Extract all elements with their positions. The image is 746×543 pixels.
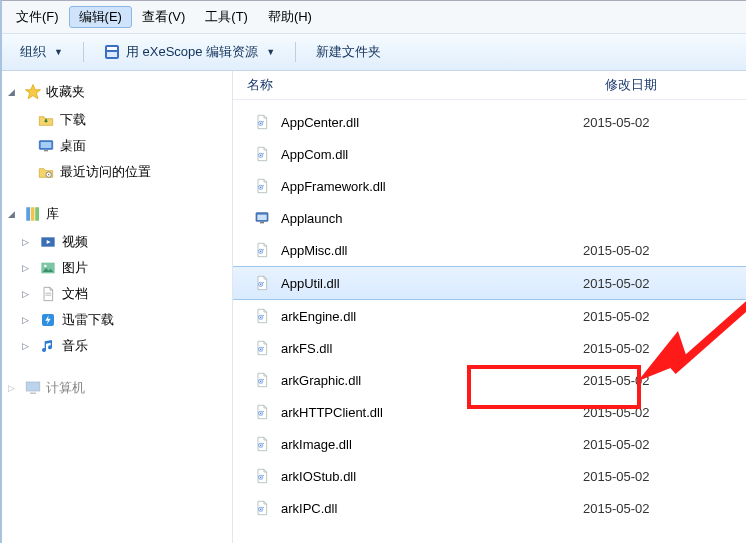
sidebar-item-videos[interactable]: ▷ 视频 (2, 229, 232, 255)
file-name: arkGraphic.dll (281, 373, 583, 388)
svg-rect-42 (263, 315, 264, 316)
star-icon (24, 83, 42, 101)
file-row[interactable]: arkGraphic.dll2015-05-02 (233, 364, 746, 396)
music-label: 音乐 (62, 337, 88, 355)
file-row[interactable]: arkFS.dll2015-05-02 (233, 332, 746, 364)
sidebar-item-pictures[interactable]: ▷ 图片 (2, 255, 232, 281)
svg-point-23 (260, 123, 262, 125)
menu-file[interactable]: 文件(F) (6, 6, 69, 28)
file-row[interactable]: arkImage.dll2015-05-02 (233, 428, 746, 460)
file-name: arkIOStub.dll (281, 469, 583, 484)
new-folder-label: 新建文件夹 (316, 43, 381, 61)
svg-point-26 (260, 155, 262, 157)
new-folder-button[interactable]: 新建文件夹 (306, 40, 391, 64)
recent-label: 最近访问的位置 (60, 163, 151, 181)
computer-header[interactable]: ▷ 计算机 (2, 377, 232, 403)
file-name: AppUtil.dll (281, 276, 583, 291)
file-date: 2015-05-02 (583, 115, 650, 130)
file-name: arkFS.dll (281, 341, 583, 356)
svg-point-56 (260, 477, 262, 479)
music-icon (40, 338, 56, 354)
svg-rect-51 (263, 411, 264, 412)
file-row[interactable]: Applaunch (233, 202, 746, 234)
sidebar-item-recent[interactable]: 最近访问的位置 (2, 159, 232, 185)
svg-rect-2 (107, 52, 117, 57)
file-date: 2015-05-02 (583, 469, 650, 484)
pictures-label: 图片 (62, 259, 88, 277)
svg-rect-21 (30, 393, 36, 395)
column-header: 名称 修改日期 (233, 71, 746, 100)
file-row[interactable]: arkHTTPClient.dll2015-05-02 (233, 396, 746, 428)
pictures-icon (40, 260, 56, 276)
toolbar-separator (83, 42, 84, 62)
svg-rect-5 (41, 142, 52, 148)
svg-rect-27 (263, 153, 264, 154)
file-pane: 名称 修改日期 AppCenter.dll2015-05-02AppCom.dl… (233, 71, 746, 543)
sidebar-item-thunder[interactable]: ▷ 迅雷下载 (2, 307, 232, 333)
svg-rect-10 (31, 207, 35, 221)
expand-icon: ▷ (22, 263, 34, 273)
file-row[interactable]: AppUtil.dll2015-05-02 (233, 266, 746, 300)
dll-icon (251, 178, 273, 194)
svg-point-15 (44, 265, 47, 268)
recent-icon (38, 164, 54, 180)
chevron-down-icon: ▼ (54, 47, 63, 57)
file-row[interactable]: AppMisc.dll2015-05-02 (233, 234, 746, 266)
organize-button[interactable]: 组织 ▼ (10, 40, 73, 64)
file-date: 2015-05-02 (583, 437, 650, 452)
desktop-icon (38, 138, 54, 154)
svg-rect-45 (263, 347, 264, 348)
app-icon (104, 44, 120, 60)
svg-point-53 (260, 445, 262, 447)
body: ◢ 收藏夹 下载 桌面 (2, 71, 746, 543)
sidebar-item-documents[interactable]: ▷ 文档 (2, 281, 232, 307)
file-date: 2015-05-02 (583, 373, 650, 388)
exescope-label: 用 eXeScope 编辑资源 (126, 43, 258, 61)
svg-rect-54 (263, 443, 264, 444)
collapse-icon: ◢ (8, 209, 20, 219)
file-name: AppCom.dll (281, 147, 583, 162)
file-date: 2015-05-02 (583, 276, 650, 291)
favorites-header[interactable]: ◢ 收藏夹 (2, 81, 232, 107)
sidebar-item-desktop[interactable]: 桌面 (2, 133, 232, 159)
svg-rect-1 (107, 47, 117, 50)
exe-icon (251, 210, 273, 226)
dll-icon (251, 500, 273, 516)
documents-label: 文档 (62, 285, 88, 303)
expand-icon: ▷ (22, 315, 34, 325)
file-row[interactable]: arkIPC.dll2015-05-02 (233, 492, 746, 524)
file-row[interactable]: AppCenter.dll2015-05-02 (233, 106, 746, 138)
file-name: arkHTTPClient.dll (281, 405, 583, 420)
menu-tools[interactable]: 工具(T) (195, 6, 258, 28)
thunder-label: 迅雷下载 (62, 311, 114, 329)
svg-rect-57 (263, 475, 264, 476)
file-name: AppMisc.dll (281, 243, 583, 258)
dll-icon (251, 404, 273, 420)
menu-help[interactable]: 帮助(H) (258, 6, 322, 28)
column-name[interactable]: 名称 (233, 76, 591, 94)
sidebar-item-downloads[interactable]: 下载 (2, 107, 232, 133)
column-date[interactable]: 修改日期 (591, 76, 746, 94)
file-name: arkEngine.dll (281, 309, 583, 324)
sidebar-computer: ▷ 计算机 (2, 377, 232, 403)
file-date: 2015-05-02 (583, 243, 650, 258)
file-row[interactable]: AppFramework.dll (233, 170, 746, 202)
svg-point-8 (48, 174, 49, 175)
file-date: 2015-05-02 (583, 501, 650, 516)
svg-rect-24 (263, 121, 264, 122)
collapse-icon: ◢ (8, 87, 20, 97)
exescope-button[interactable]: 用 eXeScope 编辑资源 ▼ (94, 40, 285, 64)
svg-point-47 (260, 381, 262, 383)
libraries-header[interactable]: ◢ 库 (2, 203, 232, 229)
menu-view[interactable]: 查看(V) (132, 6, 195, 28)
svg-rect-32 (257, 215, 266, 220)
videos-label: 视频 (62, 233, 88, 251)
menu-edit[interactable]: 编辑(E) (69, 6, 132, 28)
file-row[interactable]: arkIOStub.dll2015-05-02 (233, 460, 746, 492)
sidebar-item-music[interactable]: ▷ 音乐 (2, 333, 232, 359)
sidebar: ◢ 收藏夹 下载 桌面 (2, 71, 233, 543)
file-row[interactable]: arkEngine.dll2015-05-02 (233, 300, 746, 332)
file-name: Applaunch (281, 211, 583, 226)
dll-icon (251, 242, 273, 258)
file-row[interactable]: AppCom.dll (233, 138, 746, 170)
